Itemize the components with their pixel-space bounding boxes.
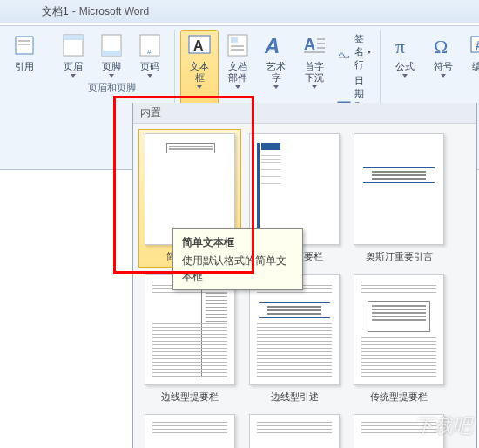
chevron-down-icon xyxy=(109,74,114,78)
title-bar: 文档1 - Microsoft Word xyxy=(0,0,479,23)
chevron-down-icon xyxy=(235,85,240,89)
equation-icon: π xyxy=(391,31,419,59)
parts-label: 文档部件 xyxy=(224,61,252,84)
gallery-item-label: 边线型引述 xyxy=(271,390,319,404)
thumb-extra-1 xyxy=(145,414,235,448)
footer-icon xyxy=(98,31,125,59)
symbol-label: 符号 xyxy=(434,61,453,72)
tooltip-body: 使用默认格式的简单文本框 xyxy=(182,253,293,284)
thumb-traditional-sidebar xyxy=(354,274,444,385)
chevron-down-icon xyxy=(273,85,279,89)
footer-label: 页脚 xyxy=(102,61,121,72)
svg-text:#: # xyxy=(147,48,152,56)
number-button[interactable]: # 编号 xyxy=(462,30,479,79)
ref-label: 引用 xyxy=(15,61,34,72)
document-name: 文档1 xyxy=(42,4,69,19)
dropcap-label: 首字下沉 xyxy=(300,61,328,84)
svg-text:π: π xyxy=(395,36,405,58)
gallery-item-traditional-sidebar[interactable]: 传统型提要栏 xyxy=(347,269,450,408)
svg-rect-6 xyxy=(102,51,121,56)
sigline-icon xyxy=(337,45,351,59)
svg-text:#: # xyxy=(476,38,479,52)
svg-text:Ω: Ω xyxy=(434,36,448,58)
title-separator: - xyxy=(72,5,76,17)
group-label-hf: 页眉和页脚 xyxy=(88,81,136,94)
svg-text:A: A xyxy=(193,38,204,53)
thumb-border-sidebar xyxy=(145,274,235,385)
thumb-border-quote xyxy=(249,274,340,385)
wordart-icon: A xyxy=(262,31,290,59)
equation-label: 公式 xyxy=(395,61,415,72)
gallery-item-label: 边线型提要栏 xyxy=(161,390,219,404)
number-icon: # xyxy=(468,31,479,59)
textbox-icon: A xyxy=(186,31,213,59)
pagenum-button[interactable]: # 页码 xyxy=(131,30,169,79)
sigline-button[interactable]: 签名行 ▾ xyxy=(334,31,374,72)
symbol-icon: Ω xyxy=(429,31,457,59)
chevron-down-icon xyxy=(71,74,76,78)
chevron-down-icon xyxy=(197,85,202,89)
symbol-button[interactable]: Ω 符号 xyxy=(424,30,462,79)
tooltip: 简单文本框 使用默认格式的简单文本框 xyxy=(172,228,303,290)
svg-rect-0 xyxy=(16,37,33,54)
chevron-down-icon xyxy=(441,74,446,78)
gallery-item-label: 奥斯汀重要引言 xyxy=(366,250,433,263)
equation-button[interactable]: π 公式 xyxy=(386,30,424,79)
header-label: 页眉 xyxy=(64,61,83,72)
footer-button[interactable]: 页脚 xyxy=(92,30,131,79)
svg-rect-12 xyxy=(231,37,238,43)
thumb-austin-quote xyxy=(354,133,444,245)
number-label: 编号 xyxy=(472,61,479,72)
ref-icon xyxy=(10,31,38,59)
svg-text:A: A xyxy=(304,36,315,53)
wordart-label: 艺术字 xyxy=(262,61,290,84)
textbox-label: 文本框 xyxy=(186,61,213,84)
pagenum-label: 页码 xyxy=(140,61,159,72)
header-button[interactable]: 页眉 xyxy=(54,30,92,79)
group-partial: 引用 xyxy=(0,30,49,169)
gallery-item-extra-1[interactable] xyxy=(138,410,241,448)
gallery-item-extra-2[interactable] xyxy=(243,410,346,448)
watermark: 下载吧 xyxy=(415,413,472,439)
gallery-item-austin-quote[interactable]: 奥斯汀重要引言 xyxy=(347,129,450,268)
chevron-down-icon xyxy=(312,85,317,89)
parts-icon xyxy=(224,31,252,59)
app-name: Microsoft Word xyxy=(79,5,149,17)
sigline-label: 签名行 xyxy=(354,32,364,71)
ref-button[interactable]: 引用 xyxy=(5,30,44,74)
pagenum-icon: # xyxy=(136,31,164,59)
chevron-down-icon xyxy=(147,74,152,78)
svg-rect-4 xyxy=(64,35,83,40)
header-icon xyxy=(59,31,87,59)
svg-text:A: A xyxy=(264,34,280,58)
gallery-section-header: 内置 xyxy=(133,103,476,124)
gallery-item-label: 传统型提要栏 xyxy=(370,390,428,404)
thumb-extra-2 xyxy=(249,414,340,448)
tooltip-title: 简单文本框 xyxy=(182,234,293,250)
dropcap-icon: A xyxy=(300,31,328,59)
chevron-down-icon xyxy=(402,74,408,78)
